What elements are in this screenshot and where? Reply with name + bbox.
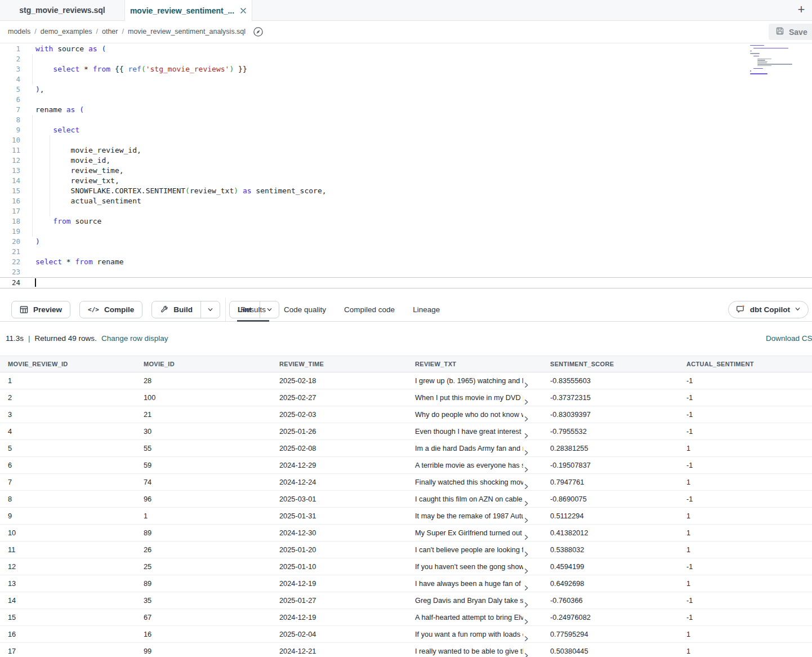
expand-review-icon[interactable] (523, 496, 529, 507)
sql-editor[interactable]: 1with source as (23 select * from {{ ref… (0, 43, 812, 298)
expand-review-icon[interactable] (523, 563, 529, 575)
tab-results[interactable]: Results (240, 298, 266, 322)
code-line[interactable]: 1with source as ( (0, 44, 812, 54)
save-icon (775, 26, 784, 37)
expand-review-icon[interactable] (523, 479, 529, 490)
cell-movie_id: 89 (136, 525, 271, 541)
close-icon[interactable] (240, 7, 247, 14)
file-tab-0[interactable]: stg_movie_reviews.sql (0, 0, 125, 20)
code-line[interactable]: 23 (0, 267, 812, 277)
dbt-copilot-button[interactable]: dbt Copilot (728, 301, 809, 318)
code-line[interactable]: 22select * from rename (0, 257, 812, 267)
tab-code-quality[interactable]: Code quality (284, 298, 326, 322)
compile-button[interactable]: </>Compile (79, 301, 142, 318)
code-line[interactable]: 7rename as ( (0, 105, 812, 115)
expand-review-icon[interactable] (523, 631, 529, 642)
code-line[interactable]: 9 select (0, 125, 812, 135)
compile-button-main[interactable]: </>Compile (80, 301, 142, 318)
table-row: 6592024-12-29A terrible movie as everyon… (0, 457, 812, 474)
table-row: 5552025-02-08Im a die hard Dads Army fan… (0, 440, 812, 457)
column-header-movie_review_id[interactable]: MOVIE_REVIEW_ID (0, 356, 136, 372)
breadcrumb-segment[interactable]: other (102, 28, 118, 35)
column-header-actual_sentiment[interactable]: ACTUAL_SENTIMENT (679, 356, 812, 372)
change-row-display-link[interactable]: Change row display (101, 334, 168, 343)
expand-review-icon[interactable] (523, 394, 529, 406)
code-token: review_time, (35, 166, 124, 175)
code-token: 'stg_movie_reviews' (146, 65, 230, 73)
expand-review-icon[interactable] (523, 462, 529, 473)
tab-compiled-code[interactable]: Compiled code (344, 298, 395, 322)
cell-movie_review_id: 4 (0, 423, 136, 440)
build-button-main[interactable]: Build (152, 301, 200, 318)
code-line[interactable]: 12 movie_id, (0, 156, 812, 166)
code-token: rename (93, 258, 124, 266)
code-token: ( (185, 187, 190, 195)
code-token: from (75, 258, 92, 266)
column-header-review_txt[interactable]: REVIEW_TXT (407, 356, 542, 372)
expand-review-icon[interactable] (523, 547, 529, 558)
tab-lineage[interactable]: Lineage (413, 298, 440, 322)
code-line[interactable]: 20) (0, 237, 812, 247)
expand-review-icon[interactable] (523, 580, 529, 592)
indent-guide (32, 216, 33, 227)
build-dropdown-toggle[interactable] (200, 301, 220, 318)
preview-button-main[interactable]: Preview (12, 301, 70, 318)
code-line[interactable]: 18 from source (0, 216, 812, 227)
code-line[interactable]: 4 (0, 74, 812, 85)
file-tab-1[interactable]: movie_review_sentiment_... (125, 0, 252, 21)
code-line[interactable]: 24 (0, 277, 812, 288)
dbt-cloud-ide: stg_movie_reviews.sqlmovie_review_sentim… (0, 0, 812, 657)
line-number: 19 (0, 227, 20, 237)
cell-actual_sentiment: -1 (679, 491, 812, 507)
build-button[interactable]: Build (151, 301, 220, 318)
code-line[interactable]: 11 movie_review_id, (0, 145, 812, 156)
column-header-sentiment_score[interactable]: SENTIMENT_SCORE (542, 356, 679, 372)
code-token: ( (141, 65, 146, 73)
code-line[interactable]: 2 (0, 54, 812, 64)
code-line[interactable]: 19 (0, 227, 812, 237)
code-line[interactable]: 21 (0, 247, 812, 257)
minimap-line (757, 63, 767, 63)
compass-icon[interactable] (253, 26, 264, 37)
save-button[interactable]: Save (769, 24, 812, 40)
expand-review-icon[interactable] (523, 648, 529, 657)
table-row: 4302025-01-26Even though I have great in… (0, 423, 812, 440)
code-line[interactable]: 8 (0, 115, 812, 125)
code-line[interactable]: 17 (0, 206, 812, 216)
code-line[interactable]: 13 review_time, (0, 166, 812, 176)
preview-button[interactable]: Preview (11, 301, 70, 318)
code-line[interactable]: 16 actual_sentiment (0, 196, 812, 206)
expand-review-icon[interactable] (523, 445, 529, 456)
expand-review-icon[interactable] (523, 411, 529, 423)
column-header-movie_id[interactable]: MOVIE_ID (136, 356, 271, 372)
indent-guide (32, 166, 33, 176)
cell-review_time: 2025-02-18 (271, 372, 407, 389)
code-line[interactable]: 14 review_txt, (0, 176, 812, 186)
column-header-review_time[interactable]: REVIEW_TIME (271, 356, 407, 372)
code-line[interactable]: 3 select * from {{ ref('stg_movie_review… (0, 64, 812, 74)
table-row: 912025-01-31It may be the remake of 1987… (0, 508, 812, 525)
expand-review-icon[interactable] (523, 378, 529, 389)
code-line[interactable]: 6 (0, 95, 812, 105)
expand-review-icon[interactable] (523, 597, 529, 609)
expand-review-icon[interactable] (523, 428, 529, 440)
expand-review-icon[interactable] (523, 614, 529, 625)
cell-movie_id: 35 (136, 592, 271, 609)
download-csv-link[interactable]: Download CSV (766, 334, 812, 343)
code-line[interactable]: 15 SNOWFLAKE.CORTEX.SENTIMENT(review_txt… (0, 186, 812, 196)
code-line[interactable]: 5), (0, 85, 812, 95)
breadcrumb-segment[interactable]: demo_examples (41, 28, 92, 35)
cell-movie_id: 100 (136, 389, 271, 406)
breadcrumb-segment[interactable]: models (8, 28, 30, 35)
code-token: * (62, 258, 75, 266)
indent-guide (50, 135, 50, 145)
code-line[interactable]: 10 (0, 135, 812, 145)
expand-review-icon[interactable] (523, 530, 529, 541)
code-text: select * from rename (35, 257, 124, 267)
line-number: 17 (0, 206, 20, 216)
new-tab-button[interactable]: + (793, 1, 810, 18)
expand-review-icon[interactable] (523, 513, 529, 524)
breadcrumb-segment[interactable]: movie_review_sentiment_analysis.sql (128, 28, 246, 35)
editor-minimap[interactable] (750, 45, 791, 77)
cell-movie_id: 67 (136, 609, 271, 625)
